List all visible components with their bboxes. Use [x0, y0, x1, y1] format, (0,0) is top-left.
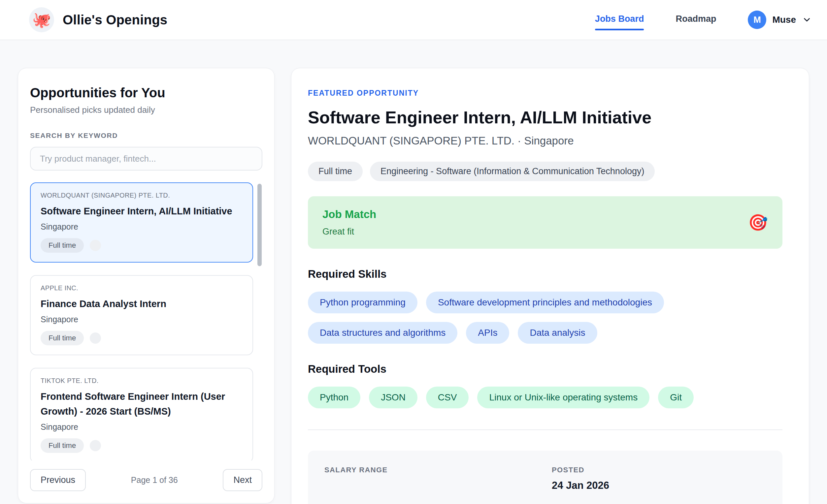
tool-pill: Linux or Unix-like operating systems	[477, 387, 649, 408]
opportunities-subtitle: Personalised picks updated daily	[30, 105, 262, 115]
job-card-worldquant[interactable]: WORLDQUANT (SINGAPORE) PTE. LTD. Softwar…	[30, 183, 253, 262]
job-meta-box: SALARY RANGE POSTED 24 Jan 2026 APPLICAT…	[308, 451, 782, 504]
job-card-company: TIKTOK PTE. LTD.	[41, 377, 243, 385]
job-match-fit: Great fit	[323, 226, 376, 237]
user-name: Muse	[772, 14, 796, 25]
keyword-search-input[interactable]	[30, 147, 262, 170]
required-tools-list: Python JSON CSV Linux or Unix-like opera…	[308, 387, 782, 408]
skill-pill: Software development principles and meth…	[426, 292, 664, 313]
tool-pill: JSON	[369, 387, 418, 408]
job-card-location: Singapore	[41, 222, 243, 232]
job-card-tiktok[interactable]: TIKTOK PTE. LTD. Frontend Software Engin…	[30, 368, 253, 460]
skill-pill: Data analysis	[518, 322, 597, 344]
skill-pill: Python programming	[308, 292, 418, 313]
brand: 🐙 Ollie's Openings	[29, 7, 167, 32]
tool-pill: Git	[658, 387, 694, 408]
required-skills-heading: Required Skills	[308, 268, 782, 281]
section-divider	[308, 430, 782, 430]
required-skills-list: Python programming Software development …	[308, 292, 782, 344]
posted-block: POSTED 24 Jan 2026	[552, 466, 766, 492]
opportunities-title: Opportunities for You	[30, 86, 262, 100]
job-tags: Full time Engineering - Software (Inform…	[308, 162, 782, 181]
job-card-badges: Full time	[41, 438, 243, 453]
user-menu[interactable]: M Muse	[748, 10, 812, 29]
job-card-badges: Full time	[41, 331, 243, 345]
job-match-text: Job Match Great fit	[323, 208, 376, 237]
page: 🐙 Ollie's Openings Jobs Board Roadmap M …	[0, 0, 827, 504]
scrollbar-thumb[interactable]	[257, 184, 262, 266]
salary-range-block: SALARY RANGE	[325, 466, 539, 492]
previous-page-button[interactable]: Previous	[30, 469, 86, 491]
job-card-badges: Full time	[41, 238, 243, 253]
featured-eyebrow: FEATURED OPPORTUNITY	[308, 89, 782, 98]
next-page-button[interactable]: Next	[223, 469, 262, 491]
skill-pill: APIs	[466, 322, 509, 344]
company-logo-placeholder	[90, 440, 101, 451]
job-card-apple[interactable]: APPLE INC. Finance Data Analyst Intern S…	[30, 275, 253, 355]
featured-opportunity-panel: FEATURED OPPORTUNITY Software Engineer I…	[291, 68, 809, 504]
job-match-title: Job Match	[323, 208, 376, 221]
posted-value: 24 Jan 2026	[552, 480, 766, 492]
company-logo-placeholder	[90, 240, 101, 251]
chevron-down-icon	[802, 15, 812, 25]
top-navbar: 🐙 Ollie's Openings Jobs Board Roadmap M …	[0, 0, 827, 40]
octopus-logo-icon: 🐙	[29, 7, 54, 32]
search-label: SEARCH BY KEYWORD	[30, 132, 262, 140]
required-tools-heading: Required Tools	[308, 363, 782, 375]
job-card-location: Singapore	[41, 422, 243, 432]
job-type-badge: Full time	[41, 438, 84, 453]
tag-category: Engineering - Software (Information & Co…	[370, 162, 655, 181]
tool-pill: CSV	[426, 387, 469, 408]
avatar[interactable]: M	[748, 10, 766, 29]
page-status: Page 1 of 36	[131, 475, 178, 485]
job-card-company: APPLE INC.	[41, 284, 243, 292]
tag-employment-type: Full time	[308, 162, 363, 181]
job-match-box: Job Match Great fit 🎯	[308, 196, 782, 249]
nav-jobs-board[interactable]: Jobs Board	[595, 9, 644, 30]
skill-pill: Data structures and algorithms	[308, 322, 457, 344]
job-type-badge: Full time	[41, 238, 84, 253]
tool-pill: Python	[308, 387, 360, 408]
salary-range-label: SALARY RANGE	[325, 466, 539, 474]
app-title: Ollie's Openings	[63, 12, 167, 28]
octopus-emoji: 🐙	[32, 11, 51, 29]
job-card-title: Software Engineer Intern, AI/LLM Initiat…	[41, 204, 243, 219]
job-card-location: Singapore	[41, 315, 243, 324]
job-card-company: WORLDQUANT (SINGAPORE) PTE. LTD.	[41, 192, 243, 199]
job-detail-company: WORLDQUANT (SINGAPORE) PTE. LTD. · Singa…	[308, 135, 782, 147]
job-card-title: Finance Data Analyst Intern	[41, 297, 243, 311]
company-logo-placeholder	[90, 333, 101, 344]
main-nav: Jobs Board Roadmap	[595, 9, 717, 30]
opportunities-panel: Opportunities for You Personalised picks…	[18, 68, 275, 503]
job-detail-title: Software Engineer Intern, AI/LLM Initiat…	[308, 107, 782, 127]
nav-roadmap[interactable]: Roadmap	[676, 9, 716, 30]
pagination: Previous Page 1 of 36 Next	[30, 469, 262, 491]
posted-label: POSTED	[552, 466, 766, 474]
job-card-title: Frontend Software Engineer Intern (User …	[41, 389, 243, 419]
job-list: WORLDQUANT (SINGAPORE) PTE. LTD. Softwar…	[30, 183, 262, 460]
job-type-badge: Full time	[41, 331, 84, 345]
target-dart-icon: 🎯	[748, 213, 768, 232]
